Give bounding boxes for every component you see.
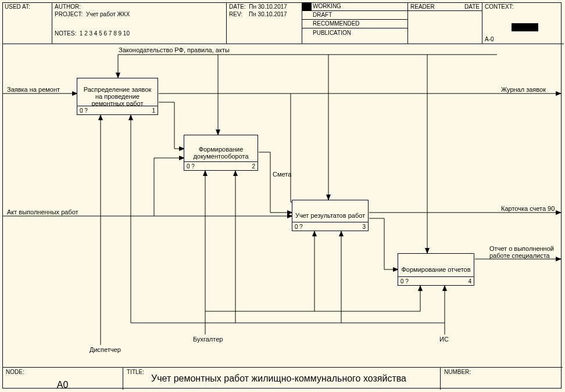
footer-number-label: NUMBER: [444,369,471,375]
date-value: Пн 30.10.2017 [249,3,287,10]
mech-dispatcher-label: Диспетчер [90,346,121,353]
input-request-label: Заявка на ремонт [7,86,60,93]
date-label: DATE: [229,3,246,10]
node-report-formation: Формирование отчетов 0 ? 4 [398,253,474,286]
footer-node-label: NODE: [6,369,24,375]
node-results-accounting: Учет результатов работ 0 ? 3 [292,200,369,231]
node3-left: 0 ? [295,224,303,230]
project-value: Учет работ ЖКХ [86,11,130,17]
reader-label: READER [410,3,435,10]
node2-left: 0 ? [187,163,195,170]
footer-title-value: Учет ремонтных работ жилищно-коммунально… [151,373,406,384]
node4-title: Формирование отчетов [401,266,470,273]
footer-title-label: TITLE: [127,369,144,375]
rev-label: REV: [229,11,242,17]
context-label: CONTEXT: [485,3,513,10]
idef0-diagram: USED AT: AUTHOR: PROJECT: Учет работ ЖКХ… [0,0,565,392]
reader-date-label: DATE [464,3,480,10]
date-cell: DATE: Пн 30.10.2017 REV: Пн 30.10.2017 [227,2,302,44]
rev-value: Пн 30.10.2017 [249,11,287,17]
reader-cell: READER DATE [408,2,482,44]
footer: NODE: A0 TITLE: Учет ремонтных работ жил… [2,367,563,390]
used-at-cell: USED AT: [2,2,52,44]
node1-right: 1 [152,107,155,114]
status-cell: WORKING DRAFT RECOMMENDED PUBLICATION [302,2,408,44]
node1-title: Распределение заявок на проведение ремон… [80,86,155,107]
flow-smeta-label: Смета [273,171,291,178]
diagram-body: Заявка на ремонт Акт выполненных работ З… [2,44,563,370]
node4-left: 0 ? [400,278,409,285]
output-report-label-2: работе специалиста [489,252,550,259]
context-marker-icon [512,23,538,31]
footer-number-cell: NUMBER: [441,368,563,390]
footer-node-cell: NODE: A0 [2,368,123,390]
node-document-flow: Формирование документооборота 0 ? 2 [184,135,258,171]
node3-right: 3 [362,224,366,230]
status-publication: PUBLICATION [302,28,407,38]
control-law-label: Законодательство РФ, правила, акты [119,46,230,53]
author-label: AUTHOR: [55,3,81,10]
node2-right: 2 [252,163,255,170]
notes-value: 1 2 3 4 5 6 7 8 9 10 [80,30,130,37]
status-working: WORKING [302,2,407,11]
used-at-label: USED AT: [5,3,30,10]
footer-title-cell: TITLE: Учет ремонтных работ жилищно-комм… [123,368,441,390]
node1-left: 0 ? [80,107,88,114]
node4-right: 4 [468,278,471,285]
output-card-label: Карточка счета 90 [501,205,555,212]
author-cell: AUTHOR: PROJECT: Учет работ ЖКХ NOTES: 1… [52,2,227,44]
status-recommended: RECOMMENDED [302,20,407,28]
context-code: A-0 [485,36,494,42]
project-label: PROJECT: [55,11,83,17]
mech-accountant-label: Бухгалтер [193,336,223,343]
notes-label: NOTES: [55,30,76,37]
input-act-label: Акт выполненных работ [7,208,78,215]
output-report-label-1: Отчет о выполненной [489,245,554,252]
output-journal-label: Журнал заявок [501,86,546,93]
footer-node-value: A0 [6,380,119,390]
node-distribute-requests: Распределение заявок на проведение ремон… [77,78,158,115]
status-draft: DRAFT [302,11,407,20]
node2-title: Формирование документооборота [187,146,255,160]
header: USED AT: AUTHOR: PROJECT: Учет работ ЖКХ… [2,2,563,44]
mech-is-label: ИС [439,336,449,343]
node3-title: Учет результатов работ [295,212,365,219]
